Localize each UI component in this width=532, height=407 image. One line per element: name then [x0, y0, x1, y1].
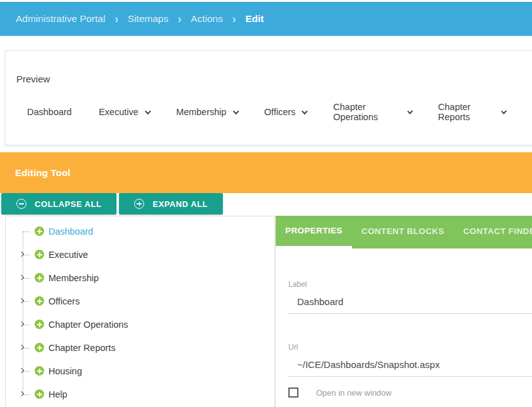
- nav-item-label: Officers: [264, 107, 296, 117]
- tree-connector: [23, 325, 30, 325]
- nav-item-chapter-operations[interactable]: Chapter Operations: [333, 102, 411, 122]
- chevron-down-icon: [407, 108, 412, 114]
- label-field-input[interactable]: [288, 296, 532, 314]
- properties-form: Label Url Open in new window: [276, 248, 532, 398]
- chevron-right-icon: ›: [178, 12, 181, 26]
- chevron-right-icon[interactable]: [19, 274, 24, 279]
- tree-connector: [23, 394, 30, 395]
- node-editor-panel: PROPERTIES CONTENT BLOCKS CONTACT FINDER…: [275, 216, 532, 407]
- plus-circle-icon[interactable]: [35, 343, 44, 352]
- preview-title: Preview: [6, 51, 532, 84]
- plus-circle-icon: [134, 199, 144, 209]
- editing-tool-header: Editing Tool: [0, 152, 532, 193]
- nav-item-label: Chapter Operations: [333, 102, 400, 122]
- label-field: Label: [288, 280, 532, 314]
- url-field-input[interactable]: [288, 359, 532, 377]
- breadcrumb-item-sitemaps[interactable]: Sitemaps: [128, 13, 169, 25]
- plus-circle-icon[interactable]: [35, 389, 44, 399]
- tree-item-chapter-operations[interactable]: Chapter Operations: [6, 313, 274, 336]
- plus-circle-icon[interactable]: [35, 366, 44, 376]
- tree-item-label: Chapter Operations: [48, 320, 128, 330]
- chevron-right-icon[interactable]: [19, 298, 24, 303]
- plus-circle-icon[interactable]: [35, 296, 44, 306]
- nav-item-label: Executive: [99, 107, 139, 117]
- nav-item-dashboard[interactable]: Dashboard: [27, 107, 72, 117]
- tree-item-label: Help: [48, 389, 67, 399]
- chevron-right-icon: ›: [115, 12, 118, 26]
- open-new-window-label: Open in new window: [316, 388, 392, 398]
- nav-item-officers[interactable]: Officers: [264, 107, 307, 117]
- tree-item-label: Dashboard: [48, 226, 93, 237]
- breadcrumb-item-edit: Edit: [246, 13, 264, 25]
- nav-item-label: Chapter Reports: [438, 102, 495, 122]
- preview-nav: Dashboard Executive Membership Officers …: [6, 102, 532, 122]
- plus-circle-icon[interactable]: [35, 320, 44, 329]
- editing-tool-body: Dashboard Executive Membership Officers …: [0, 216, 532, 407]
- nav-item-chapter-reports[interactable]: Chapter Reports: [438, 102, 505, 122]
- tree-item-label: Housing: [48, 366, 82, 376]
- tree-connector: [23, 278, 30, 279]
- tree-item-label: Officers: [48, 296, 80, 306]
- nav-item-executive[interactable]: Executive: [99, 107, 149, 117]
- tab-properties[interactable]: PROPERTIES: [276, 216, 352, 248]
- sitemap-tree-panel: Dashboard Executive Membership Officers …: [5, 216, 275, 407]
- expand-all-button[interactable]: EXPAND ALL: [119, 193, 223, 215]
- label-field-label: Label: [288, 280, 532, 289]
- tree-item-label: Membership: [48, 273, 99, 283]
- chevron-right-icon: ›: [232, 12, 236, 26]
- nav-item-label: Membership: [176, 107, 227, 117]
- tree-item-executive[interactable]: Executive: [6, 243, 274, 266]
- editing-tool-title: Editing Tool: [15, 167, 71, 178]
- tree-item-dashboard[interactable]: Dashboard: [6, 220, 274, 243]
- tree-connector: [23, 348, 30, 348]
- open-new-window-row: Open in new window: [288, 387, 532, 398]
- tree-toolbar: COLLAPSE ALL EXPAND ALL: [1, 193, 532, 215]
- nav-item-label: Dashboard: [27, 107, 72, 117]
- tree-item-housing[interactable]: Housing: [6, 359, 274, 382]
- expand-all-label: EXPAND ALL: [152, 199, 208, 209]
- chevron-right-icon[interactable]: [19, 344, 24, 349]
- chevron-right-icon[interactable]: [19, 391, 24, 396]
- tree-connector: [23, 371, 30, 372]
- collapse-all-button[interactable]: COLLAPSE ALL: [1, 193, 116, 215]
- chevron-down-icon: [501, 108, 507, 114]
- plus-circle-icon[interactable]: [35, 250, 44, 259]
- chevron-down-icon: [302, 108, 308, 114]
- url-field: Url: [288, 343, 532, 377]
- collapse-all-label: COLLAPSE ALL: [35, 199, 101, 209]
- chevron-right-icon[interactable]: [19, 321, 24, 326]
- breadcrumb-item-actions[interactable]: Actions: [191, 13, 223, 25]
- tree-item-help[interactable]: Help: [6, 382, 274, 406]
- url-field-label: Url: [288, 343, 532, 352]
- tree-item-label: Chapter Reports: [48, 343, 115, 353]
- tab-content-blocks[interactable]: CONTENT BLOCKS: [352, 216, 454, 248]
- tab-contact-finder[interactable]: CONTACT FINDER: [454, 216, 532, 248]
- nav-item-membership[interactable]: Membership: [176, 107, 237, 117]
- editor-tab-bar: PROPERTIES CONTENT BLOCKS CONTACT FINDER: [276, 216, 532, 248]
- tree-connector: [23, 255, 30, 255]
- chevron-down-icon: [145, 108, 151, 114]
- tree-item-officers[interactable]: Officers: [6, 289, 274, 313]
- tree-item-chapter-reports[interactable]: Chapter Reports: [6, 336, 274, 359]
- chevron-right-icon[interactable]: [19, 251, 24, 256]
- chevron-right-icon[interactable]: [19, 367, 24, 372]
- chevron-down-icon: [233, 108, 239, 114]
- plus-circle-icon[interactable]: [35, 273, 44, 282]
- open-new-window-checkbox[interactable]: [288, 387, 298, 398]
- plus-circle-icon[interactable]: [35, 226, 44, 236]
- tree-item-label: Executive: [48, 250, 88, 260]
- breadcrumb-item-administrative-portal[interactable]: Administrative Portal: [16, 13, 105, 25]
- tree-item-membership[interactable]: Membership: [6, 266, 274, 289]
- tree-connector: [23, 301, 30, 302]
- preview-card: Preview Dashboard Executive Membership O…: [5, 50, 532, 145]
- minus-circle-icon: [16, 199, 26, 209]
- tree-connector: [23, 231, 30, 232]
- breadcrumb: Administrative Portal › Sitemaps › Actio…: [0, 2, 532, 36]
